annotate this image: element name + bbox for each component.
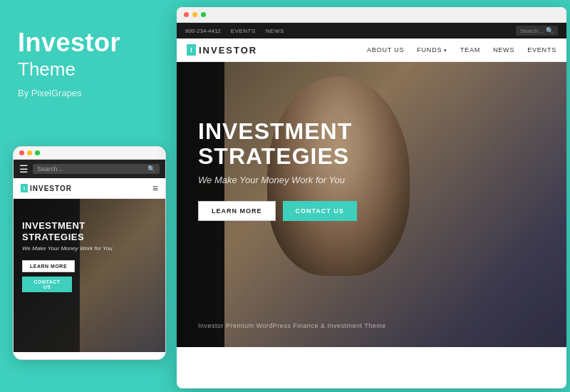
- mobile-contact-button[interactable]: CONTACT US: [22, 277, 72, 292]
- dot-green: [35, 150, 40, 155]
- desktop-news-link[interactable]: NEWS: [266, 28, 284, 34]
- mobile-hero-content: INVESTMENT STRATEGIES We Make Your Money…: [14, 199, 165, 301]
- mobile-logo: I INVESTOR: [21, 184, 72, 192]
- desktop-logo: I INVESTOR: [187, 44, 257, 56]
- desktop-events-link[interactable]: EVENTS: [231, 28, 256, 34]
- mobile-search-icon: 🔍: [147, 165, 155, 172]
- mobile-topbar: ☰ Search... 🔍: [14, 160, 165, 178]
- mobile-title-line1: INVESTMENT: [22, 220, 86, 231]
- desktop-learn-button[interactable]: LEARN MORE: [198, 201, 276, 221]
- desktop-hero-subtitle: We Make Your Money Work for You: [198, 175, 545, 185]
- mobile-hero: INVESTMENT STRATEGIES We Make Your Money…: [14, 199, 165, 352]
- nav-funds[interactable]: FUNDS: [417, 46, 447, 53]
- desktop-search-box[interactable]: Search... 🔍: [516, 26, 558, 36]
- mobile-menu-icon: ≡: [152, 182, 158, 194]
- desktop-hero: INVESTMENT STRATEGIES We Make Your Money…: [177, 62, 566, 347]
- mobile-logo-text: INVESTOR: [30, 185, 72, 192]
- left-panel: Investor Theme By PixelGrapes ☰ Search..…: [0, 0, 177, 392]
- nav-team[interactable]: TEAM: [460, 46, 480, 53]
- desktop-navbar: I INVESTOR ABOUT US FUNDS TEAM NEWS EVEN…: [177, 38, 566, 62]
- mobile-mockup: ☰ Search... 🔍 I INVESTOR ≡ INVESTMENT ST…: [13, 146, 166, 360]
- by-text: By PixelGrapes: [18, 88, 159, 98]
- desktop-dot-red: [184, 12, 189, 17]
- desktop-dot-yellow: [192, 12, 197, 17]
- desktop-search-placeholder: Search...: [520, 28, 543, 34]
- desktop-topbar: 800-234-4412 EVENTS NEWS Search... 🔍: [177, 23, 566, 38]
- desktop-logo-icon: I: [187, 44, 196, 56]
- mobile-search-box: Search... 🔍: [33, 164, 160, 174]
- desktop-title-line2: STRATEGIES: [198, 144, 545, 169]
- desktop-nav-links: ABOUT US FUNDS TEAM NEWS EVENTS: [367, 46, 556, 53]
- desktop-logo-text: INVESTOR: [199, 45, 257, 56]
- subtitle-text: Theme: [18, 58, 159, 81]
- desktop-hero-buttons: LEARN MORE CONTACT US: [198, 201, 545, 221]
- mobile-hero-subtitle: We Make Your Money Work for You: [22, 245, 157, 252]
- desktop-mockup: 800-234-4412 EVENTS NEWS Search... 🔍 I I…: [177, 7, 566, 388]
- mobile-logo-icon: I: [21, 184, 28, 192]
- desktop-hero-tagline: Investor Premium WordPress Finance & Inv…: [198, 322, 386, 329]
- mobile-learn-button[interactable]: LEARN MORE: [22, 260, 75, 272]
- dot-red: [19, 150, 24, 155]
- desktop-topbar-right: Search... 🔍: [516, 26, 558, 36]
- mobile-navbar: I INVESTOR ≡: [14, 178, 165, 199]
- desktop-window-dots: [177, 7, 566, 23]
- nav-news[interactable]: NEWS: [493, 46, 514, 53]
- desktop-hero-content: INVESTMENT STRATEGIES We Make Your Money…: [177, 62, 566, 242]
- mobile-hero-title: INVESTMENT STRATEGIES: [22, 220, 157, 242]
- title-text: Investor: [18, 29, 159, 57]
- desktop-topbar-left: 800-234-4412 EVENTS NEWS: [185, 28, 284, 34]
- mobile-title-line2: STRATEGIES: [22, 232, 84, 242]
- desktop-dot-green: [201, 12, 206, 17]
- hamburger-icon: ☰: [19, 163, 28, 175]
- desktop-phone: 800-234-4412: [185, 28, 221, 34]
- theme-title: Investor Theme: [18, 29, 159, 81]
- nav-events[interactable]: EVENTS: [527, 46, 556, 53]
- dot-yellow: [27, 150, 32, 155]
- mobile-window-dots: [14, 147, 165, 160]
- desktop-hero-title: INVESTMENT STRATEGIES: [198, 119, 545, 169]
- desktop-contact-button[interactable]: CONTACT US: [283, 201, 357, 221]
- desktop-search-icon: 🔍: [546, 27, 554, 34]
- desktop-title-line1: INVESTMENT: [198, 119, 545, 144]
- nav-about[interactable]: ABOUT US: [367, 46, 404, 53]
- mobile-search-placeholder: Search...: [37, 165, 63, 172]
